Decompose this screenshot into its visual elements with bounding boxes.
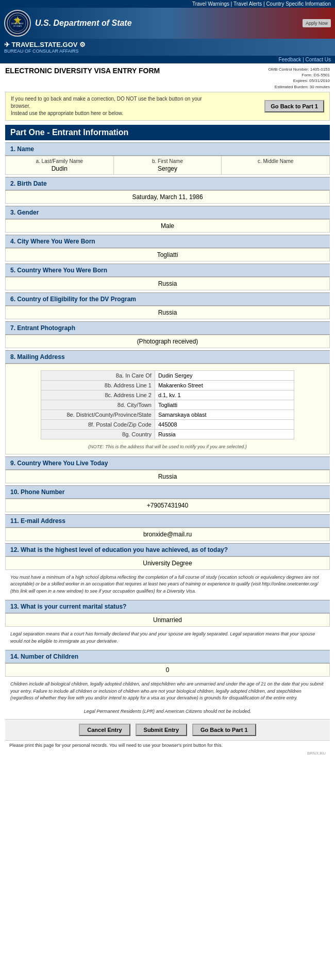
addr-row-8e: 8e. District/County/Province/State Samar…: [41, 410, 294, 419]
dept-title-block: U.S. Department of State: [35, 19, 132, 28]
addr-8b-value: Makarenko Street: [155, 380, 294, 390]
section-14-header: 14. Number of Children: [5, 650, 330, 663]
apply-now-button[interactable]: Apply Now: [303, 19, 331, 27]
section-11-header: 11. E-mail Address: [5, 514, 330, 528]
children-info-1: Children include all biological children…: [5, 678, 330, 705]
marital-value: Unmarried: [5, 613, 330, 627]
back-notice: If you need to go back and make a correc…: [5, 92, 330, 121]
print-notice: Please print this page for your personal…: [5, 741, 330, 750]
bureau-label: BUREAU OF CONSULAR AFFAIRS: [4, 48, 86, 54]
svg-text:DEPARTMENT: DEPARTMENT: [11, 23, 24, 25]
section-7-header: 7. Entrant Photograph: [5, 321, 330, 335]
middle-name-label: c. Middle Name: [225, 158, 326, 164]
section-2-header: 2. Birth Date: [5, 177, 330, 190]
section-4-city-born: 4. City Where You Were Born Togliatti: [5, 235, 330, 262]
watermark: BRNX.RU: [5, 750, 330, 757]
section-2-birthdate: 2. Birth Date Saturday, March 11, 1986: [5, 177, 330, 204]
form-title: ELECTRONIC DIVERSITY VISA ENTRY FORM: [5, 67, 160, 75]
last-name-value: Dudin: [9, 165, 110, 172]
section-8-header: 8. Mailing Address: [5, 350, 330, 364]
city-born-value: Togliatti: [5, 248, 330, 262]
section-1-name: 1. Name a. Last/Family Name Dudin b. Fir…: [5, 142, 330, 175]
addr-row-8c: 8c. Address Line 2 d.1, kv. 1: [41, 390, 294, 400]
country-eligibility-value: Russia: [5, 306, 330, 319]
omb-text: OMB Control Number: 1405-0153 Form: DS-5…: [268, 67, 330, 90]
last-name-cell: a. Last/Family Name Dudin: [6, 156, 114, 174]
travel-logo-block: ✈ TRAVEL.STATE.GOV ⚙ BUREAU OF CONSULAR …: [4, 41, 86, 54]
top-navigation: Travel Warnings | Travel Alerts | Countr…: [0, 0, 335, 8]
button-row: Cancel Entry Submit Entry Go Back to Par…: [5, 719, 330, 741]
section-3-gender: 3. Gender Male: [5, 206, 330, 233]
addr-row-8d: 8d. City/Town Togliatti: [41, 400, 294, 410]
section-12-header: 12. What is the highest level of educati…: [5, 543, 330, 557]
section-10-header: 10. Phone Number: [5, 485, 330, 499]
section-13-marital: 13. What is your current marital status?…: [5, 600, 330, 648]
last-name-label: a. Last/Family Name: [9, 158, 110, 164]
cancel-entry-button[interactable]: Cancel Entry: [79, 724, 130, 736]
addr-8d-label: 8d. City/Town: [41, 400, 155, 410]
children-value: 0: [5, 663, 330, 677]
feedback-link[interactable]: Feedback | Contact Us: [278, 57, 331, 62]
addr-8f-value: 445008: [155, 419, 294, 429]
photograph-value: (Photograph received): [5, 335, 330, 348]
country-born-value: Russia: [5, 277, 330, 290]
education-info: You must have a minimum of a high school…: [5, 571, 330, 598]
svg-text:OF STATE: OF STATE: [13, 25, 22, 27]
first-name-cell: b. First Name Sergey: [114, 156, 222, 174]
education-value: University Degree: [5, 557, 330, 570]
section-3-header: 3. Gender: [5, 206, 330, 219]
first-name-value: Sergey: [117, 165, 219, 172]
site-header: U.S. DEPARTMENT OF STATE U.S. Department…: [0, 8, 335, 39]
gender-value: Male: [5, 219, 330, 233]
section-5-country-born: 5. Country Where You Were Born Russia: [5, 264, 330, 290]
addr-8e-value: Samarskaya oblast: [155, 410, 294, 419]
section-12-education: 12. What is the highest level of educati…: [5, 543, 330, 598]
addr-8g-value: Russia: [155, 429, 294, 439]
part-one-header: Part One - Entrant Information: [5, 125, 330, 140]
submit-entry-button[interactable]: Submit Entry: [136, 724, 187, 736]
travel-alerts-link[interactable]: Travel Alerts: [233, 1, 262, 7]
state-dept-seal: U.S. DEPARTMENT OF STATE: [4, 10, 31, 37]
marital-info: Legal separation means that a court has …: [5, 628, 330, 648]
header-left: U.S. DEPARTMENT OF STATE U.S. Department…: [4, 10, 132, 37]
section-8-address: 8. Mailing Address 8a. In Care Of Dudin …: [5, 350, 330, 454]
section-7-photograph: 7. Entrant Photograph (Photograph receiv…: [5, 321, 330, 348]
addr-8f-label: 8f. Postal Code/Zip Code: [41, 419, 155, 429]
addr-8c-value: d.1, kv. 1: [155, 390, 294, 400]
addr-row-8f: 8f. Postal Code/Zip Code 445008: [41, 419, 294, 429]
first-name-label: b. First Name: [117, 158, 219, 164]
omb-block: ELECTRONIC DIVERSITY VISA ENTRY FORM OMB…: [5, 67, 330, 90]
feedback-bar: Feedback | Contact Us: [0, 56, 335, 63]
birth-date-value: Saturday, March 11, 1986: [5, 190, 330, 204]
section-13-header: 13. What is your current marital status?: [5, 600, 330, 613]
address-table: 8a. In Care Of Dudin Sergey 8b. Address …: [41, 370, 295, 439]
section-1-header: 1. Name: [5, 142, 330, 156]
middle-name-cell: c. Middle Name: [222, 156, 329, 174]
section-9-header: 9. Country Where You Live Today: [5, 456, 330, 470]
email-value: bronxide@mail.ru: [5, 528, 330, 541]
addr-row-8g: 8g. Country Russia: [41, 429, 294, 439]
country-specific-link[interactable]: Country Specific Information: [266, 1, 331, 7]
go-back-bottom-button[interactable]: Go Back to Part 1: [192, 724, 256, 736]
section-4-header: 4. City Where You Were Born: [5, 235, 330, 248]
section-9-country-live: 9. Country Where You Live Today Russia: [5, 456, 330, 483]
secondary-header: ✈ TRAVEL.STATE.GOV ⚙ BUREAU OF CONSULAR …: [0, 39, 335, 56]
travel-logo: ✈ TRAVEL.STATE.GOV ⚙: [4, 41, 86, 48]
addr-8c-label: 8c. Address Line 2: [41, 390, 155, 400]
addr-8b-label: 8b. Address Line 1: [41, 380, 155, 390]
addr-8a-value: Dudin Sergey: [155, 370, 294, 380]
addr-8d-value: Togliatti: [155, 400, 294, 410]
addr-8a-label: 8a. In Care Of: [41, 370, 155, 380]
addr-row-8b: 8b. Address Line 1 Makarenko Street: [41, 380, 294, 390]
travel-warnings-link[interactable]: Travel Warnings: [192, 1, 229, 7]
name-row: a. Last/Family Name Dudin b. First Name …: [5, 156, 330, 175]
children-info-2: Legal Permanent Residents (LPR) and Amer…: [5, 705, 330, 718]
phone-value: +79057431940: [5, 499, 330, 512]
main-content: ELECTRONIC DIVERSITY VISA ENTRY FORM OMB…: [0, 63, 335, 760]
section-11-email: 11. E-mail Address bronxide@mail.ru: [5, 514, 330, 541]
addr-8g-label: 8g. Country: [41, 429, 155, 439]
country-live-value: Russia: [5, 470, 330, 483]
go-back-top-button[interactable]: Go Back to Part 1: [264, 100, 324, 112]
section-5-header: 5. Country Where You Were Born: [5, 264, 330, 277]
addr-row-8a: 8a. In Care Of Dudin Sergey: [41, 370, 294, 380]
